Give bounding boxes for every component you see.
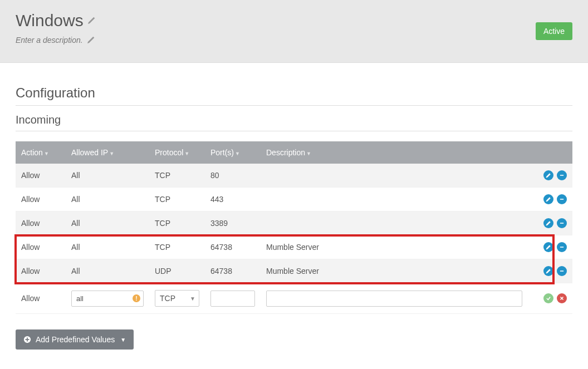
sort-caret-icon: ▼ xyxy=(44,151,49,156)
cell-ports: 443 xyxy=(205,188,261,211)
sort-caret-icon: ▼ xyxy=(306,151,311,156)
protocol-select[interactable]: TCP▼ xyxy=(155,290,199,307)
section-configuration: Configuration xyxy=(16,85,572,106)
cell-ip: All xyxy=(66,164,149,188)
cell-ip: All xyxy=(66,259,149,283)
cell-protocol: TCP xyxy=(149,164,205,188)
cell-ip: All xyxy=(66,235,149,259)
cell-ops xyxy=(528,235,572,259)
table-row: AllowAllUDP64738Mumble Server xyxy=(16,259,572,283)
edit-row-icon[interactable] xyxy=(543,218,553,228)
remove-row-icon[interactable] xyxy=(557,170,567,180)
new-rule-row: Allow!TCP▼ xyxy=(16,283,572,314)
cell-ops xyxy=(528,211,572,235)
cell-ip: All xyxy=(66,188,149,211)
edit-title-icon[interactable] xyxy=(87,16,96,25)
cell-protocol: UDP xyxy=(149,259,205,283)
status-badge[interactable]: Active xyxy=(536,22,572,40)
edit-description-icon[interactable] xyxy=(86,36,95,45)
edit-row-icon[interactable] xyxy=(543,194,553,204)
edit-row-icon[interactable] xyxy=(543,170,553,180)
col-header-ports[interactable]: Port(s)▼ xyxy=(205,141,261,164)
ports-input[interactable] xyxy=(210,291,255,307)
remove-row-icon[interactable] xyxy=(557,218,567,228)
edit-row-icon[interactable] xyxy=(543,242,553,252)
remove-row-icon[interactable] xyxy=(557,266,567,276)
page-title: Windows xyxy=(16,11,96,30)
cell-ports: 64738 xyxy=(205,259,261,283)
table-row: AllowAllTCP3389 xyxy=(16,211,572,235)
new-action-label: Allow xyxy=(16,283,66,314)
cell-description xyxy=(261,164,528,188)
sort-caret-icon: ▼ xyxy=(184,151,189,156)
cell-ops xyxy=(528,259,572,283)
sort-caret-icon: ▼ xyxy=(235,151,240,156)
warning-icon: ! xyxy=(133,294,140,302)
sort-caret-icon: ▼ xyxy=(109,151,114,156)
table-row: AllowAllTCP64738Mumble Server xyxy=(16,235,572,259)
cell-action: Allow xyxy=(16,188,66,211)
cell-action: Allow xyxy=(16,164,66,188)
subsection-incoming: Incoming xyxy=(16,114,572,131)
cell-ops xyxy=(528,164,572,188)
cell-ports: 80 xyxy=(205,164,261,188)
col-header-description[interactable]: Description▼ xyxy=(261,141,528,164)
col-header-action[interactable]: Action▼ xyxy=(16,141,66,164)
cancel-add-icon[interactable] xyxy=(557,293,567,303)
cell-protocol: TCP xyxy=(149,188,205,211)
page-title-text: Windows xyxy=(16,11,84,30)
table-row: AllowAllTCP80 xyxy=(16,164,572,188)
cell-protocol: TCP xyxy=(149,235,205,259)
new-row-ops xyxy=(528,283,572,314)
page-header: Windows Enter a description. Active xyxy=(0,0,588,63)
cell-ports: 64738 xyxy=(205,235,261,259)
cell-ip: All xyxy=(66,211,149,235)
remove-row-icon[interactable] xyxy=(557,242,567,252)
rules-table: Action▼ Allowed IP▼ Protocol▼ Port(s)▼ D… xyxy=(16,141,572,314)
cell-protocol: TCP xyxy=(149,211,205,235)
cell-ports: 3389 xyxy=(205,211,261,235)
protocol-selected-label: TCP xyxy=(160,294,175,303)
cell-description: Mumble Server xyxy=(261,235,528,259)
table-row: AllowAllTCP443 xyxy=(16,188,572,211)
cell-action: Allow xyxy=(16,235,66,259)
cell-action: Allow xyxy=(16,211,66,235)
plus-circle-icon xyxy=(23,336,31,343)
rules-table-wrapper: Action▼ Allowed IP▼ Protocol▼ Port(s)▼ D… xyxy=(16,141,572,314)
status-badge-label: Active xyxy=(543,27,565,36)
confirm-add-icon[interactable] xyxy=(543,293,553,303)
chevron-down-icon: ▼ xyxy=(190,296,195,302)
add-predefined-label: Add Predefined Values xyxy=(36,335,115,344)
description-placeholder[interactable]: Enter a description. xyxy=(16,36,96,45)
col-header-protocol[interactable]: Protocol▼ xyxy=(149,141,205,164)
description-input[interactable] xyxy=(266,291,522,307)
chevron-down-icon: ▼ xyxy=(120,337,126,343)
edit-row-icon[interactable] xyxy=(543,266,553,276)
description-placeholder-text: Enter a description. xyxy=(16,36,83,45)
remove-row-icon[interactable] xyxy=(557,194,567,204)
cell-description xyxy=(261,211,528,235)
cell-action: Allow xyxy=(16,259,66,283)
col-header-allowed-ip[interactable]: Allowed IP▼ xyxy=(66,141,149,164)
cell-description xyxy=(261,188,528,211)
add-predefined-button[interactable]: Add Predefined Values ▼ xyxy=(16,329,134,350)
cell-ops xyxy=(528,188,572,211)
cell-description: Mumble Server xyxy=(261,259,528,283)
